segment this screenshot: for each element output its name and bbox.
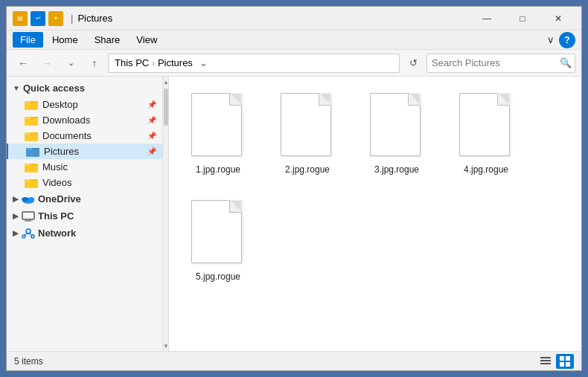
breadcrumb-pictures[interactable]: Pictures [158, 57, 193, 68]
large-icons-view-icon [560, 356, 570, 367]
file-name-4: 4.jpg.rogue [464, 164, 508, 176]
expand-thispc-icon: ▶ [13, 212, 19, 220]
sidebar-item-documents[interactable]: Documents 📌 [7, 128, 162, 144]
svg-rect-3 [25, 101, 31, 103]
doc-shape-1 [191, 93, 242, 156]
svg-rect-22 [25, 181, 38, 187]
qa-btn-2[interactable]: ↩ [31, 11, 45, 26]
sidebar-section-thispc[interactable]: ▶ This PC [7, 207, 162, 225]
breadcrumb-bar: This PC › Pictures ⌄ [108, 54, 400, 73]
doc-shape-2 [281, 93, 331, 156]
sidebar-scrollbar[interactable]: ▲ ▼ [163, 77, 169, 351]
sidebar-item-music[interactable]: Music [7, 159, 162, 175]
sidebar-item-videos[interactable]: Videos [7, 175, 162, 190]
pin-icon-documents: 📌 [147, 132, 156, 140]
menu-home[interactable]: Home [45, 32, 86, 48]
breadcrumb-this-pc[interactable]: This PC [115, 57, 149, 68]
sidebar-item-music-label: Music [42, 161, 156, 173]
doc-shape-5 [191, 200, 242, 263]
svg-rect-15 [26, 148, 32, 150]
explorer-window: ▤ ↩ ▾ | Pictures — □ ✕ File Home Share V… [6, 6, 582, 371]
breadcrumb-dropdown-icon[interactable]: ⌄ [196, 54, 212, 72]
svg-rect-40 [560, 362, 564, 367]
svg-rect-27 [22, 212, 34, 219]
svg-line-34 [28, 233, 33, 235]
sidebar-item-desktop[interactable]: Desktop 📌 [7, 97, 162, 112]
list-view-button[interactable] [537, 354, 555, 369]
file-name-1: 1.jpg.rogue [196, 164, 240, 176]
close-button[interactable]: ✕ [541, 7, 575, 30]
svg-rect-10 [25, 134, 38, 141]
file-name-2: 2.jpg.rogue [285, 164, 330, 176]
menu-share[interactable]: Share [87, 32, 128, 48]
svg-rect-36 [540, 360, 551, 361]
sidebar-section-onedrive-label: OneDrive [38, 193, 81, 204]
file-item-5[interactable]: 5.jpg.rogue [181, 196, 255, 288]
back-button[interactable]: ← [13, 54, 33, 73]
onedrive-icon [22, 195, 35, 204]
view-buttons [537, 354, 574, 369]
svg-rect-23 [25, 179, 31, 181]
file-icon-2 [281, 93, 334, 160]
list-view-icon [540, 356, 551, 367]
qa-btn-1[interactable]: ▤ [13, 11, 28, 26]
svg-rect-41 [566, 362, 570, 367]
file-area: 1.jpg.rogue 2.jpg.rogue 3.jpg.rogue [169, 77, 581, 351]
sidebar: ▼ Quick access Desktop 📌 [7, 77, 163, 351]
svg-rect-37 [540, 363, 551, 364]
svg-rect-29 [24, 221, 33, 222]
sidebar-section-quick-access-label: Quick access [23, 83, 85, 94]
search-icon[interactable]: 🔍 [560, 57, 572, 68]
file-item-3[interactable]: 3.jpg.rogue [359, 88, 434, 181]
svg-rect-7 [25, 117, 31, 119]
sidebar-section-network[interactable]: ▶ Network [7, 225, 162, 242]
expand-network-icon: ▶ [13, 229, 19, 237]
doc-shape-4 [459, 93, 510, 156]
address-bar: ← → ⌄ ↑ This PC › Pictures ⌄ ↺ 🔍 [7, 50, 581, 77]
large-icons-view-button[interactable] [556, 354, 574, 369]
file-icon-1 [191, 93, 245, 160]
ribbon-collapse-icon[interactable]: ∨ [547, 34, 555, 45]
forward-button[interactable]: → [36, 54, 57, 73]
file-item-2[interactable]: 2.jpg.rogue [270, 88, 345, 181]
up-button[interactable]: ↑ [84, 54, 105, 73]
sidebar-item-pictures[interactable]: Pictures 📌 [7, 144, 162, 159]
expand-onedrive-icon: ▶ [13, 195, 19, 203]
file-grid: 1.jpg.rogue 2.jpg.rogue 3.jpg.rogue [181, 88, 569, 287]
network-icon [22, 228, 35, 239]
file-item-1[interactable]: 1.jpg.rogue [181, 88, 255, 181]
folder-icon-documents [25, 130, 38, 141]
file-icon-5 [191, 200, 245, 267]
svg-rect-11 [25, 132, 31, 135]
folder-icon-music [25, 161, 38, 173]
search-input[interactable] [432, 57, 557, 68]
sidebar-scrollbar-thumb[interactable] [164, 88, 168, 126]
breadcrumb-sep: › [152, 59, 155, 68]
menu-view[interactable]: View [129, 32, 164, 48]
sidebar-item-videos-label: Videos [42, 177, 156, 188]
svg-rect-19 [25, 164, 31, 166]
dropdown-button[interactable]: ⌄ [60, 54, 81, 73]
svg-rect-38 [560, 356, 564, 361]
maximize-button[interactable]: □ [505, 7, 540, 30]
menu-file[interactable]: File [13, 32, 43, 48]
file-item-4[interactable]: 4.jpg.rogue [449, 88, 523, 181]
content-area: ▼ Quick access Desktop 📌 [7, 77, 581, 351]
sidebar-section-quick-access[interactable]: ▼ Quick access [7, 80, 162, 97]
file-icon-3 [370, 93, 424, 160]
sidebar-section-onedrive[interactable]: ▶ OneDrive [7, 190, 162, 207]
qa-btn-3[interactable]: ▾ [48, 11, 63, 26]
file-name-3: 3.jpg.rogue [374, 164, 419, 176]
svg-rect-14 [26, 149, 39, 156]
sidebar-scroll-down[interactable]: ▼ [163, 341, 169, 351]
quick-access-toolbar: ▤ ↩ ▾ [13, 11, 63, 26]
minimize-button[interactable]: — [470, 7, 504, 30]
refresh-button[interactable]: ↺ [403, 54, 424, 73]
sidebar-item-downloads[interactable]: Downloads 📌 [7, 112, 162, 128]
folder-icon-videos [25, 177, 38, 188]
sidebar-section-thispc-label: This PC [38, 210, 74, 222]
search-box: 🔍 [426, 54, 575, 73]
help-button[interactable]: ? [559, 32, 575, 48]
sidebar-scroll: ▼ Quick access Desktop 📌 [7, 77, 162, 351]
sidebar-scroll-up[interactable]: ▲ [163, 77, 169, 87]
